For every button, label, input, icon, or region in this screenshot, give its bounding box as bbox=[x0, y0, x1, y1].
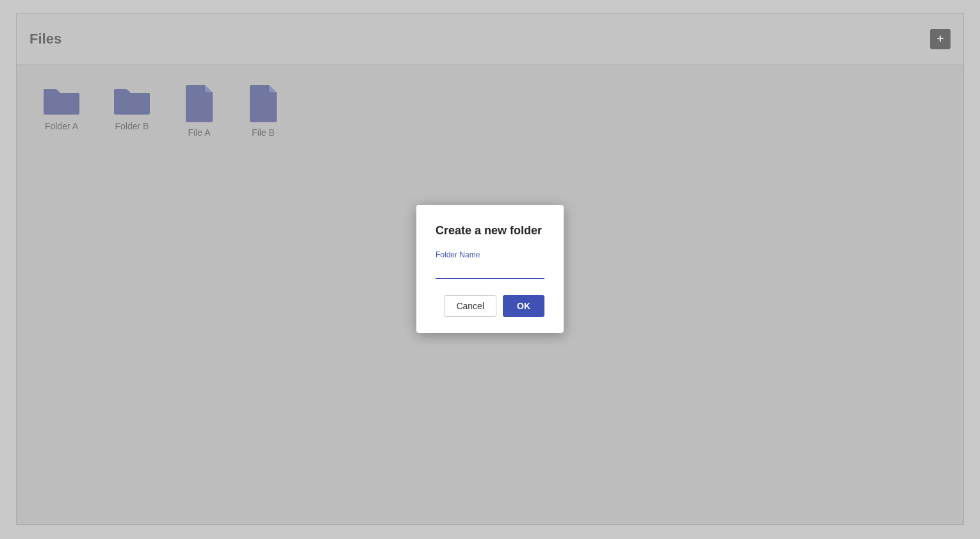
modal-overlay: Create a new folder Folder Name Cancel O… bbox=[17, 13, 963, 524]
folder-name-input[interactable] bbox=[436, 262, 544, 279]
modal-title: Create a new folder bbox=[436, 224, 544, 237]
ok-button[interactable]: OK bbox=[503, 295, 544, 317]
cancel-button[interactable]: Cancel bbox=[444, 295, 496, 317]
create-folder-modal: Create a new folder Folder Name Cancel O… bbox=[416, 205, 564, 333]
modal-buttons: Cancel OK bbox=[436, 295, 544, 317]
app-container: Files + Folder A Folder B bbox=[16, 13, 964, 525]
folder-name-label: Folder Name bbox=[436, 250, 544, 259]
